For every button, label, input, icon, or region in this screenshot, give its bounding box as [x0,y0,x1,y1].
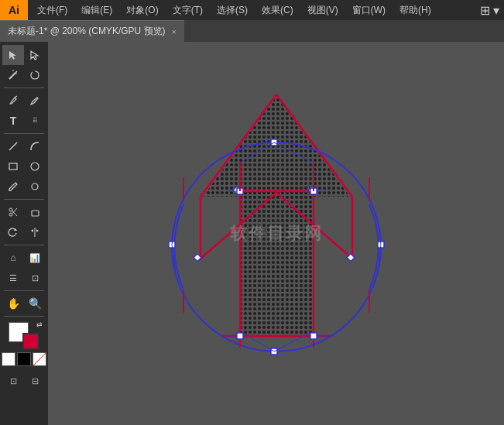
color-row [2,352,46,366]
line-tool[interactable] [2,136,24,156]
menu-file[interactable]: 文件(F) [31,2,74,19]
menu-select[interactable]: 选择(S) [211,2,254,19]
scissors-tool[interactable] [2,202,24,222]
selection-tool[interactable] [2,45,24,65]
direct-select-tool[interactable] [24,45,46,65]
main-area: T ⠿ [0,42,504,425]
divider-3 [4,199,44,200]
artboard-tool[interactable]: ☰ [2,268,24,288]
divider-4 [4,245,44,245]
svg-marker-18 [31,229,33,232]
zoom-tool[interactable]: 🔍 [24,293,46,314]
screen-mode-btn[interactable]: ⊡ [2,371,24,391]
tool-row-shape [0,156,48,177]
svg-point-9 [31,163,39,170]
menu-edit[interactable]: 编辑(E) [75,2,118,19]
paintbrush-tool[interactable] [2,177,24,197]
none-chip[interactable] [33,352,46,366]
blob-brush-tool[interactable] [24,177,46,197]
divider-5 [4,290,44,291]
menu-text[interactable]: 文字(T) [166,2,209,19]
symbol-sprayer-tool[interactable]: ⌂ [2,248,24,268]
type-tool[interactable]: T [2,111,24,131]
rotate-tool[interactable] [2,222,24,242]
tool-row-type: T ⠿ [0,111,48,131]
divider-1 [4,87,44,88]
svg-rect-51 [237,333,243,339]
svg-rect-8 [9,163,17,170]
pencil-tool[interactable] [24,91,46,111]
tool-row-transform [0,222,48,242]
menu-help[interactable]: 帮助(H) [393,2,437,19]
hand-tool[interactable]: ✋ [2,293,24,314]
tool-row-screen: ⊡ ⊟ [0,371,48,391]
left-toolbar: T ⠿ [0,42,48,425]
pen-tool[interactable] [2,91,24,111]
svg-marker-0 [9,51,16,60]
tool-row-brush [0,177,48,197]
menu-object[interactable]: 对象(O) [120,2,164,19]
menu-window[interactable]: 窗口(W) [346,2,392,19]
color-section: ⇄ [2,322,46,366]
tool-row-scissors [0,202,48,222]
tool-row-navigate: ✋ 🔍 [0,293,48,314]
svg-marker-22 [203,96,350,197]
tool-row-select [0,45,48,65]
svg-point-10 [32,183,38,190]
magic-wand-tool[interactable] [2,65,24,85]
tool-row-line [0,136,48,156]
svg-marker-19 [36,229,39,232]
menu-effect[interactable]: 效果(C) [255,2,300,19]
stroke-inner [26,337,36,346]
svg-line-2 [9,73,15,79]
tab-title: 未标题-1* @ 200% (CMYK/GPU 预览) [8,25,166,38]
screen-mode2-btn[interactable]: ⊟ [24,371,46,391]
slice-tool[interactable]: ⊡ [24,268,46,288]
ai-logo: Ai [0,0,28,20]
active-tab[interactable]: 未标题-1* @ 200% (CMYK/GPU 预览) × [0,20,184,42]
divider-6 [4,316,44,317]
reflect-tool[interactable] [24,222,46,242]
menu-items: 文件(F) 编辑(E) 对象(O) 文字(T) 选择(S) 效果(C) 视图(V… [28,2,480,19]
tool-row-pen [0,91,48,111]
canvas-area[interactable]: 软件目录网 [48,42,504,425]
stroke-swatch[interactable] [22,333,39,350]
column-graph-tool[interactable]: 📊 [24,248,46,268]
lasso-tool[interactable] [24,65,46,85]
menu-view[interactable]: 视图(V) [301,2,345,19]
svg-rect-52 [310,333,317,339]
divider-2 [4,133,44,134]
menu-bar: Ai 文件(F) 编辑(E) 对象(O) 文字(T) 选择(S) 效果(C) 视… [0,0,504,20]
tool-row-symbol: ⌂ 📊 [0,248,48,268]
swap-colors[interactable]: ⇄ [36,320,43,328]
white-chip[interactable] [2,352,15,366]
tab-close[interactable]: × [172,27,177,36]
tool-row-artboard: ☰ ⊡ [0,268,48,288]
tab-bar: 未标题-1* @ 200% (CMYK/GPU 预览) × [0,20,504,42]
eraser-tool[interactable] [24,202,46,222]
svg-rect-15 [32,211,39,216]
svg-marker-1 [31,51,38,60]
svg-line-3 [15,71,17,73]
stroke-fill-box: ⇄ [9,322,39,350]
grid-icon[interactable]: ⊞ ▾ [480,3,499,18]
black-chip[interactable] [17,352,31,366]
illustration [48,42,504,425]
tool-row-magic [0,65,48,85]
svg-line-6 [15,96,17,98]
type-on-path-tool[interactable]: ⠿ [24,111,46,131]
svg-line-7 [9,142,17,150]
arc-tool[interactable] [24,136,46,156]
ellipse-tool[interactable] [24,156,46,177]
rect-tool[interactable] [2,156,24,177]
